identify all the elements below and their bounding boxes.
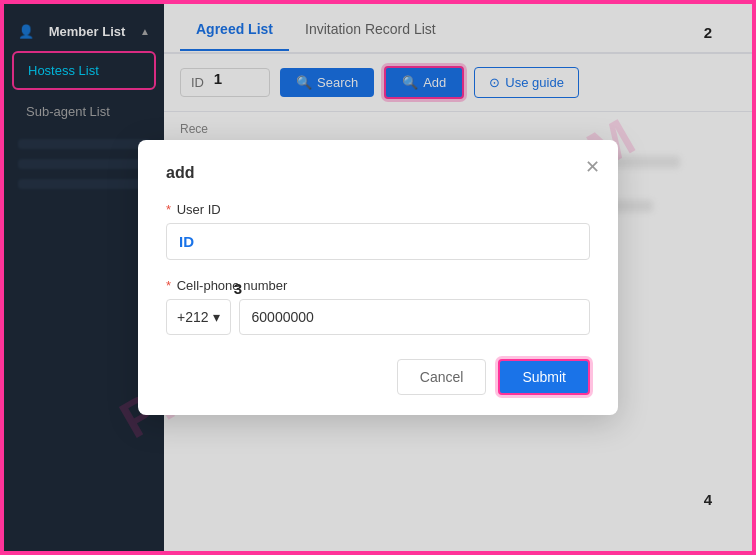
badge-4: 4 [694,485,722,513]
phone-country-selector[interactable]: +212 ▾ [166,299,231,335]
modal-close-button[interactable]: ✕ [585,156,600,178]
phone-number-input[interactable] [239,299,590,335]
app-container: 👤 Member List ▲ Hostess List Sub-agent L… [4,4,752,551]
chevron-down-icon: ▾ [213,309,220,325]
phone-row: +212 ▾ [166,299,590,335]
cancel-button[interactable]: Cancel [397,359,487,395]
user-id-input[interactable] [166,223,590,260]
modal-footer: Cancel Submit [166,359,590,395]
badge-3: 3 [224,274,252,302]
submit-button[interactable]: Submit [498,359,590,395]
modal-title: add [166,164,590,182]
modal-overlay: add ✕ * User ID * Cell-phone number +212… [4,4,752,551]
user-id-label: * User ID [166,202,590,217]
modal-add: add ✕ * User ID * Cell-phone number +212… [138,140,618,415]
user-id-group: * User ID [166,202,590,260]
